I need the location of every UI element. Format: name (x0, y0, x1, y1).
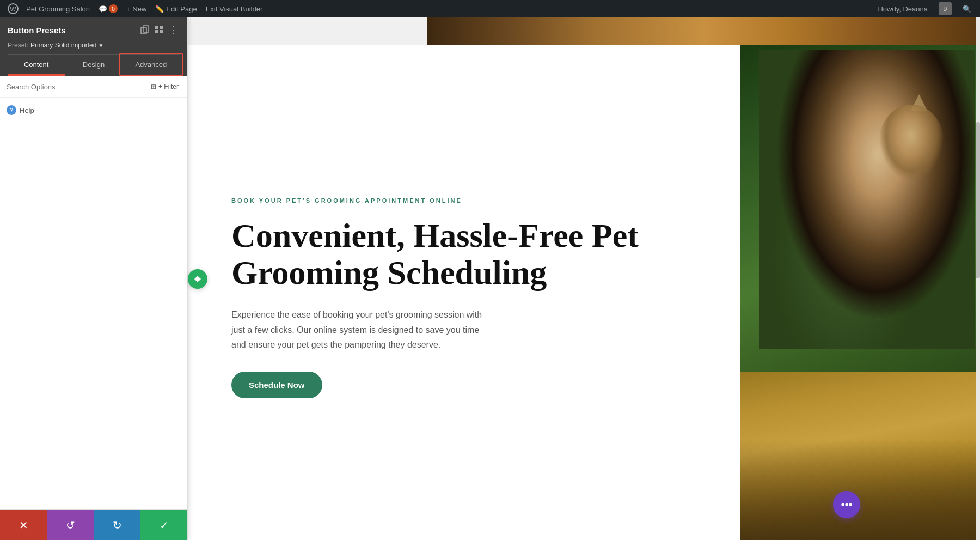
admin-bar-new[interactable]: + New (122, 0, 151, 17)
panel-title-row: Button Presets (8, 23, 180, 37)
panel-header: Button Presets (0, 17, 187, 76)
admin-bar-search[interactable]: 🔍 (958, 0, 976, 17)
tab-content[interactable]: Content (8, 55, 65, 76)
admin-bar-right: Howdy, Deanna D 🔍 (873, 0, 976, 17)
comment-icon: 💬 (99, 5, 107, 13)
tab-advanced-label: Advanced (135, 60, 167, 69)
panel-content: ⊞ + Filter ? Help (0, 76, 187, 509)
panel-header-icons: ⋮ (139, 23, 180, 37)
comment-count: 0 (109, 4, 118, 13)
cat-image-top (740, 45, 980, 377)
cancel-button[interactable]: ✕ (0, 510, 47, 540)
bottom-shadow (740, 439, 980, 540)
admin-bar-site[interactable]: Pet Grooming Salon (22, 0, 94, 17)
tab-design-label: Design (83, 60, 105, 69)
wp-logo[interactable]: W (4, 0, 22, 17)
filter-button[interactable]: ⊞ + Filter (149, 82, 181, 92)
tab-design[interactable]: Design (65, 55, 122, 76)
panel-search-row: ⊞ + Filter (0, 76, 187, 98)
preset-value-text: Primary Solid imported (30, 41, 96, 49)
preset-label: Preset: (8, 41, 28, 49)
top-strip-image (427, 17, 980, 45)
page-preview: BOOK YOUR PET'S GROOMING APPOINTMENT ONL… (188, 17, 980, 540)
more-icon[interactable]: ⋮ (168, 23, 180, 37)
left-panel: Button Presets (0, 17, 188, 540)
new-label: + New (126, 5, 146, 13)
connector-circle[interactable] (188, 269, 207, 289)
redo-button[interactable]: ↻ (94, 510, 140, 540)
cat-image-container (740, 45, 980, 540)
fab-button[interactable]: ••• (833, 491, 860, 518)
help-row[interactable]: ? Help (0, 98, 187, 123)
search-icon: 🔍 (963, 5, 971, 13)
admin-bar-edit-page[interactable]: ✏️ Edit Page (151, 0, 201, 17)
hero-title: Convenient, Hassle-Free Pet Grooming Sch… (231, 217, 708, 291)
redo-icon: ↻ (113, 519, 122, 532)
admin-bar-exit-builder[interactable]: Exit Visual Builder (201, 0, 267, 17)
chevron-down-icon: ▼ (98, 43, 103, 48)
filter-label: + Filter (158, 83, 179, 90)
svg-rect-6 (155, 30, 158, 33)
hero-description: Experience the ease of booking your pet'… (231, 307, 493, 352)
comment-bubble: 💬 0 (99, 4, 118, 13)
hero-subtitle: BOOK YOUR PET'S GROOMING APPOINTMENT ONL… (231, 197, 708, 204)
admin-bar-comments[interactable]: 💬 0 (94, 0, 122, 17)
admin-bar-avatar[interactable]: D (934, 0, 956, 17)
main-content: BOOK YOUR PET'S GROOMING APPOINTMENT ONL… (188, 17, 980, 540)
preset-value[interactable]: Primary Solid imported ▼ (30, 41, 103, 49)
admin-bar: W Pet Grooming Salon 💬 0 + New ✏️ Edit P… (0, 0, 980, 17)
tab-advanced[interactable]: Advanced (122, 55, 180, 76)
right-scrollbar[interactable] (976, 17, 980, 540)
filter-icon: ⊞ (151, 83, 156, 90)
panel-title: Button Presets (8, 26, 66, 35)
svg-rect-2 (143, 26, 149, 32)
copy-icon[interactable] (139, 24, 150, 37)
undo-button[interactable]: ↺ (47, 510, 94, 540)
main-layout: Button Presets (0, 17, 980, 540)
svg-rect-4 (155, 26, 158, 29)
panel-footer: ✕ ↺ ↻ ✓ (0, 509, 187, 540)
help-label: Help (20, 106, 34, 114)
cat-face (879, 105, 944, 181)
search-input[interactable] (7, 83, 144, 91)
scrollbar-thumb (976, 122, 980, 279)
hero-right (740, 45, 980, 540)
edit-icon: ✏️ (155, 5, 164, 13)
hero-section: BOOK YOUR PET'S GROOMING APPOINTMENT ONL… (188, 45, 980, 540)
undo-icon: ↺ (66, 519, 75, 532)
panel-tabs: Content Design Advanced (8, 54, 180, 76)
hero-left: BOOK YOUR PET'S GROOMING APPOINTMENT ONL… (188, 45, 740, 540)
fab-icon: ••• (841, 499, 852, 511)
tab-content-label: Content (24, 60, 49, 69)
cancel-icon: ✕ (19, 519, 28, 532)
save-button[interactable]: ✓ (140, 510, 187, 540)
save-icon: ✓ (160, 519, 169, 532)
svg-rect-7 (160, 30, 163, 33)
schedule-now-button[interactable]: Schedule Now (231, 372, 322, 398)
greeting-label: Howdy, Deanna (878, 5, 928, 13)
cta-label: Schedule Now (249, 380, 305, 390)
help-icon: ? (7, 105, 16, 115)
cat-image-bottom (740, 372, 980, 540)
panel-preset-row: Preset: Primary Solid imported ▼ (8, 41, 180, 49)
admin-bar-greeting[interactable]: Howdy, Deanna (873, 0, 932, 17)
edit-page-label: Edit Page (166, 5, 197, 13)
site-name-label: Pet Grooming Salon (26, 5, 90, 13)
svg-rect-5 (160, 26, 163, 29)
grid-icon[interactable] (154, 24, 164, 37)
exit-builder-label: Exit Visual Builder (206, 5, 263, 13)
avatar: D (939, 2, 952, 15)
svg-text:W: W (10, 5, 16, 13)
cat-silhouette (759, 50, 975, 349)
svg-rect-3 (141, 27, 146, 34)
